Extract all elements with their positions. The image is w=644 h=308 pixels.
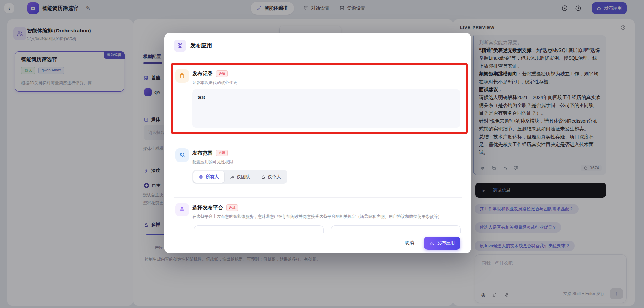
- cloud-upload-icon: [430, 241, 435, 246]
- record-title: 发布记录: [192, 71, 213, 77]
- record-subtitle: 记录本次迭代的核心变更: [192, 80, 237, 86]
- publish-app-modal: 发布应用 发布记录 必填 记录本次迭代的核心变更 test 发布范围 必填 配置…: [164, 33, 471, 253]
- required-badge: 必填: [226, 204, 238, 211]
- required-badge: 必填: [216, 70, 228, 77]
- people-icon: [179, 152, 185, 158]
- option-label: 所有人: [206, 174, 219, 180]
- publish-submit-label: 发布应用: [437, 240, 455, 246]
- modal-title: 发布应用: [190, 42, 212, 50]
- scope-section-title: 发布范围 必填: [192, 150, 228, 156]
- platform-title: 选择发布平台: [192, 205, 223, 211]
- platform-subtitle: 在这些平台上发布您的智能体服务，意味着您已经仔细阅读并同意接受这些平台的相关规定…: [192, 214, 458, 220]
- lock-icon: [261, 174, 266, 179]
- divider: [174, 197, 462, 198]
- scope-subtitle: 配置应用的可见性权限: [192, 159, 233, 165]
- scope-option-team[interactable]: 仅团队: [224, 171, 255, 183]
- clipboard-icon: [179, 72, 185, 79]
- record-section-title: 发布记录 必填: [192, 70, 228, 77]
- modal-footer: 取消 发布应用: [164, 233, 471, 253]
- release-notes-input[interactable]: test: [192, 89, 460, 128]
- required-badge: 必填: [216, 150, 228, 156]
- scope-icon-box: [175, 148, 189, 162]
- cancel-button[interactable]: 取消: [405, 240, 414, 246]
- scope-title: 发布范围: [192, 150, 213, 156]
- option-label: 仅个人: [268, 174, 281, 180]
- divider: [174, 144, 462, 144]
- rocket-icon: [179, 206, 185, 213]
- modal-title-icon-box: [174, 40, 186, 52]
- team-icon: [230, 174, 235, 179]
- option-label: 仅团队: [237, 174, 250, 180]
- globe-icon: [199, 174, 204, 179]
- scope-option-everyone[interactable]: 所有人: [193, 171, 224, 183]
- platform-section-title: 选择发布平台 必填: [192, 204, 238, 211]
- scope-option-personal[interactable]: 仅个人: [255, 171, 286, 183]
- platform-icon-box: [175, 203, 189, 216]
- record-icon-box: [175, 69, 189, 83]
- visibility-segmented-control: 所有人 仅团队 仅个人: [192, 170, 287, 184]
- publish-submit-button[interactable]: 发布应用: [424, 237, 460, 250]
- grid-icon: [177, 42, 183, 49]
